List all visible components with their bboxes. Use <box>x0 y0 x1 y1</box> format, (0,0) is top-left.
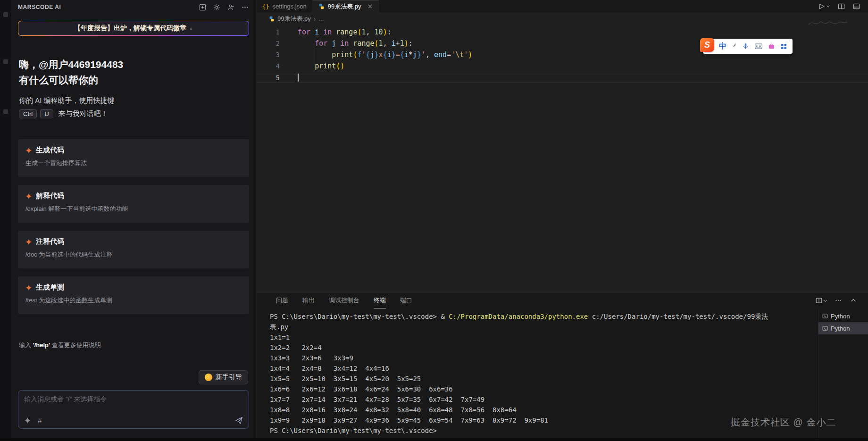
card-comment-code[interactable]: 注释代码 /doc 为当前选中的代码生成注释 <box>18 231 249 268</box>
card-title: 解释代码 <box>36 191 64 200</box>
chat-input[interactable] <box>24 395 243 403</box>
chevron-right-icon <box>314 15 316 23</box>
activity-bar-icon[interactable] <box>3 109 8 114</box>
run-python-button[interactable] <box>818 2 830 10</box>
close-icon[interactable] <box>367 4 373 9</box>
helper-line1: 你的 AI 编程助手，使用快捷键 <box>19 96 248 105</box>
line-number: 3 <box>257 49 280 60</box>
new-terminal-icon[interactable] <box>816 296 827 305</box>
key-ctrl: Ctrl <box>19 109 37 118</box>
terminal-icon <box>822 325 828 331</box>
card-desc: /doc 为当前选中的代码生成注释 <box>25 250 242 259</box>
hash-context-button[interactable]: # <box>38 416 42 424</box>
activity-bar <box>0 0 11 441</box>
maximize-panel-icon[interactable] <box>849 296 858 305</box>
help-hint-command: '/help' <box>33 341 50 349</box>
help-hint-prefix: 输入 <box>19 341 33 349</box>
prompt-text: PS C:\Users\Dario\my-test\my-test\.vscod… <box>270 313 449 320</box>
terminal-wrap-line: 表.py <box>270 322 818 332</box>
code-line[interactable]: 5 <box>257 72 868 83</box>
toolbox-icon[interactable] <box>768 43 775 50</box>
suggestion-cards: 生成代码 生成一个冒泡排序算法 解释代码 /explain 解释一下当前选中函数… <box>18 139 249 322</box>
terminal-line: 1x7=7 2x7=14 3x7=21 4x7=28 5x7=35 6x7=42… <box>270 394 818 405</box>
help-hint: 输入 '/help' 查看更多使用说明 <box>19 341 248 349</box>
panel-tab-problems[interactable]: 问题 <box>276 292 288 308</box>
helper-text: 你的 AI 编程助手，使用快捷键 Ctrl U 来与我对话吧！ <box>19 96 248 118</box>
more-actions-icon[interactable] <box>834 296 843 305</box>
gear-icon[interactable] <box>212 3 221 11</box>
editor-group: settings.json 99乘法表.py <box>257 0 868 441</box>
command-path: C:/ProgramData/anaconda3/python.exe <box>449 313 588 320</box>
chat-input-box[interactable]: # <box>18 390 249 429</box>
activity-bar-icon[interactable] <box>3 59 8 64</box>
terminal-instance-python-selected[interactable]: Python <box>818 322 868 334</box>
microphone-icon[interactable] <box>743 43 749 50</box>
text-cursor <box>298 74 299 82</box>
sogou-logo-icon[interactable]: S <box>700 38 714 52</box>
activity-bar-icon[interactable] <box>3 12 8 17</box>
code-lines: 1for i in range(1, 10):2 for j in range(… <box>257 26 868 83</box>
punctuation-toggle-icon[interactable] <box>733 43 736 49</box>
keyboard-icon[interactable] <box>755 43 762 49</box>
terminal-line: 1x4=4 2x4=8 3x4=12 4x4=16 <box>270 363 818 374</box>
ai-panel-title: MARSCODE AI <box>18 4 61 10</box>
line-number: 5 <box>257 72 280 83</box>
ime-toolbar[interactable]: S 中 <box>703 39 793 54</box>
greeting-line2: 有什么可以帮你的 <box>19 72 248 88</box>
annual-report-banner[interactable]: 【年度报告】出炉，解锁专属代码徽章→ <box>18 21 249 36</box>
tab-settings-json[interactable]: settings.json <box>257 0 313 12</box>
json-file-icon <box>262 3 269 10</box>
send-icon[interactable] <box>235 416 243 424</box>
editor-tabbar: settings.json 99乘法表.py <box>257 0 868 12</box>
split-editor-icon[interactable] <box>837 2 845 10</box>
code-editor[interactable]: 1for i in range(1, 10):2 for j in range(… <box>257 25 868 292</box>
spark-icon <box>25 239 32 245</box>
code-line[interactable]: 1for i in range(1, 10): <box>257 26 868 38</box>
grid-menu-icon[interactable] <box>781 43 787 50</box>
onboarding-label: 新手引导 <box>216 373 242 382</box>
ime-language-toggle[interactable]: 中 <box>719 42 726 51</box>
terminal-instance-python[interactable]: Python <box>818 310 868 322</box>
spark-icon <box>25 284 32 291</box>
emoji-icon <box>205 374 212 381</box>
ai-panel-header: MARSCODE AI <box>11 0 256 14</box>
card-desc: 生成一个冒泡排序算法 <box>25 159 242 167</box>
card-title: 生成单测 <box>36 283 64 292</box>
line-number: 1 <box>257 26 280 38</box>
panel-tab-ports[interactable]: 端口 <box>400 292 412 308</box>
tab-multiplication-py[interactable]: 99乘法表.py <box>313 0 379 12</box>
card-desc: /test 为这段选中的函数生成单测 <box>25 296 242 305</box>
greeting-line1: 嗨，@用户4469194483 <box>19 57 248 72</box>
account-add-icon[interactable] <box>226 3 235 11</box>
helper-line2-suffix: 来与我对话吧！ <box>58 109 108 118</box>
breadcrumb-file[interactable]: 99乘法表.py <box>277 15 311 23</box>
key-u: U <box>40 109 53 118</box>
card-generate-test[interactable]: 生成单测 /test 为这段选中的函数生成单测 <box>18 276 249 314</box>
bottom-edge <box>0 438 868 441</box>
terminal-line: 1x2=2 2x2=4 <box>270 342 818 353</box>
greeting: 嗨，@用户4469194483 有什么可以帮你的 <box>19 57 248 88</box>
layout-panel-icon[interactable] <box>852 2 860 10</box>
breadcrumb: 99乘法表.py ... <box>257 12 868 25</box>
new-chat-icon[interactable] <box>198 3 207 11</box>
breadcrumb-more[interactable]: ... <box>318 15 324 22</box>
spark-icon <box>25 193 32 200</box>
terminal-output: 1x1=11x2=2 2x2=41x3=3 2x3=6 3x3=91x4=4 2… <box>270 332 818 425</box>
line-number: 2 <box>257 38 280 49</box>
terminal-line: 1x8=8 2x8=16 3x8=24 4x8=32 5x8=40 6x8=48… <box>270 405 818 415</box>
panel-tab-debug-console[interactable]: 调试控制台 <box>329 292 359 308</box>
card-explain-code[interactable]: 解释代码 /explain 解释一下当前选中函数的功能 <box>18 185 249 223</box>
more-actions-icon[interactable] <box>241 3 249 11</box>
spark-icon[interactable] <box>24 417 31 424</box>
tab-label: 99乘法表.py <box>328 2 361 11</box>
terminal-icon <box>822 313 828 319</box>
terminal-line: 1x1=1 <box>270 332 818 342</box>
marscode-ai-panel: MARSCODE AI 【年度报告】出炉，解锁专属代码徽章→ 嗨，@用户4469… <box>11 0 256 441</box>
terminal-line: 1x3=3 2x3=6 3x3=9 <box>270 353 818 363</box>
panel-tab-terminal[interactable]: 终端 <box>374 292 386 308</box>
tab-label: settings.json <box>272 3 306 10</box>
panel-tab-output[interactable]: 输出 <box>302 292 315 308</box>
code-line[interactable]: 4 print() <box>257 60 868 72</box>
onboarding-button[interactable]: 新手引导 <box>199 370 248 384</box>
card-generate-code[interactable]: 生成代码 生成一个冒泡排序算法 <box>18 139 249 177</box>
